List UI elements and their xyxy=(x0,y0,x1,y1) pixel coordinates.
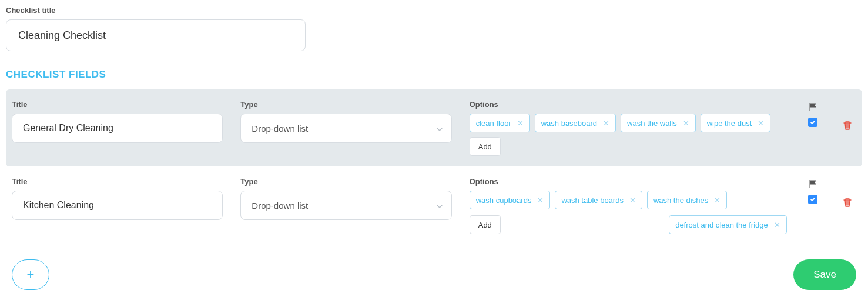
column-label-type: Type xyxy=(240,177,451,186)
remove-tag-icon[interactable]: ✕ xyxy=(714,196,720,204)
column-label-options: Options xyxy=(470,100,787,109)
remove-tag-icon[interactable]: ✕ xyxy=(629,196,636,204)
checklist-title-label: Checklist title xyxy=(6,6,862,15)
required-checkbox[interactable] xyxy=(808,195,817,204)
checklist-title-input[interactable] xyxy=(6,19,306,51)
field-title-input[interactable] xyxy=(12,114,223,143)
field-type-select[interactable]: Drop-down list xyxy=(240,114,451,143)
option-tag[interactable]: wipe the dust✕ xyxy=(701,114,771,132)
trash-icon xyxy=(842,120,853,131)
add-option-button[interactable]: Add xyxy=(470,215,501,234)
field-type-select[interactable]: Drop-down list xyxy=(240,191,451,220)
option-tag[interactable]: clean floor✕ xyxy=(470,114,530,132)
flag-icon xyxy=(808,179,817,189)
option-tag[interactable]: wash the dishes✕ xyxy=(647,191,727,209)
option-tag[interactable]: wash cupboards✕ xyxy=(470,191,551,209)
remove-tag-icon[interactable]: ✕ xyxy=(683,119,689,127)
add-field-button[interactable]: + xyxy=(12,259,49,290)
delete-field-button[interactable] xyxy=(842,197,853,210)
add-option-button[interactable]: Add xyxy=(470,137,501,156)
plus-icon: + xyxy=(27,267,35,282)
field-title-input[interactable] xyxy=(12,191,223,220)
column-label-title: Title xyxy=(12,100,223,109)
chevron-down-icon xyxy=(436,125,443,132)
trash-icon xyxy=(842,197,853,208)
option-tag[interactable]: wash the walls✕ xyxy=(621,114,696,132)
remove-tag-icon[interactable]: ✕ xyxy=(517,119,524,127)
field-row: Title Type Drop-down list Options wash c… xyxy=(6,166,862,245)
option-tag[interactable]: wash baseboard✕ xyxy=(535,114,616,132)
remove-tag-icon[interactable]: ✕ xyxy=(537,196,544,204)
remove-tag-icon[interactable]: ✕ xyxy=(603,119,609,127)
section-heading-checklist-fields: CHECKLIST FIELDS xyxy=(6,69,862,81)
save-button[interactable]: Save xyxy=(793,259,856,290)
remove-tag-icon[interactable]: ✕ xyxy=(758,119,764,127)
delete-field-button[interactable] xyxy=(842,120,853,133)
option-tag[interactable]: defrost and clean the fridge✕ xyxy=(669,215,787,234)
required-checkbox[interactable] xyxy=(808,118,817,127)
column-label-title: Title xyxy=(12,177,223,186)
remove-tag-icon[interactable]: ✕ xyxy=(774,221,780,229)
field-row: Title Type Drop-down list Options clean … xyxy=(6,89,862,166)
chevron-down-icon xyxy=(436,202,443,209)
option-tag[interactable]: wash table boards✕ xyxy=(555,191,642,209)
column-label-type: Type xyxy=(240,100,451,109)
flag-icon xyxy=(808,102,817,112)
column-label-options: Options xyxy=(470,177,787,186)
